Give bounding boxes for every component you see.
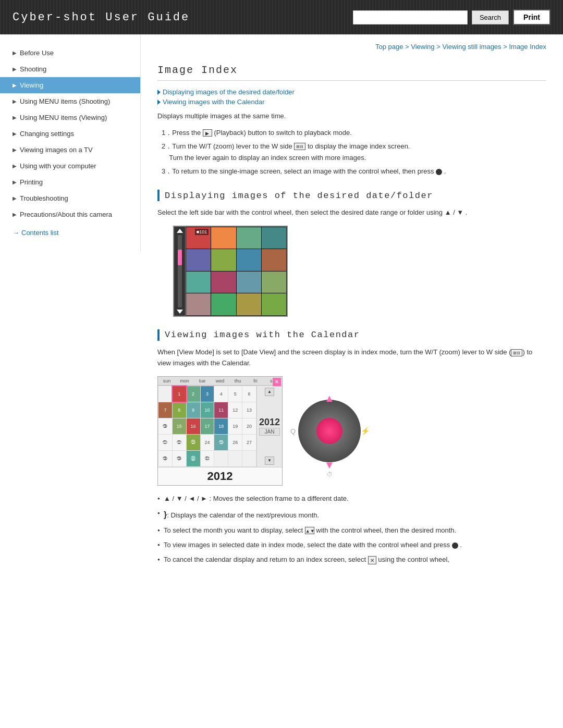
calendar-year-big: 2012 [158,467,282,485]
cal-cell[interactable]: ㉛ [201,451,214,466]
sidebar-item-viewing[interactable]: ▶ Viewing [0,77,140,93]
section-bar-icon [157,329,160,341]
page-title: Image Index [157,64,546,81]
sidebar-item-using-menu-viewing[interactable]: ▶ Using MENU items (Viewing) [0,109,140,126]
cal-cell[interactable]: 9 [187,402,200,418]
cal-cell[interactable]: ㉓ [187,435,200,450]
bullet-1: ▲ / ▼ / ◄ / ► : Moves the selection fram… [157,493,546,504]
sidebar-item-shooting[interactable]: ▶ Shooting [0,61,140,77]
cal-cell[interactable]: 24 [201,435,214,450]
section2-bullets: ▲ / ▼ / ◄ / ► : Moves the selection fram… [157,493,546,566]
cal-cell[interactable]: 16 [187,418,200,434]
thumb-7 [237,249,261,271]
thumb-9 [186,272,211,293]
cal-cell[interactable]: ㉒ [173,435,186,450]
calendar-year-label: 2012 [259,417,280,428]
cal-cell[interactable]: 19 [228,418,242,434]
cal-cell[interactable]: 26 [228,435,242,450]
thumb-14 [211,293,236,315]
sidebar-item-changing-settings[interactable]: ▶ Changing settings [0,126,140,142]
cal-cell[interactable]: 8 [173,402,186,418]
playback-icon: ▶ [203,129,212,137]
cal-cell[interactable]: 11 [214,402,228,418]
sidebar-item-viewing-tv[interactable]: ▶ Viewing images on a TV [0,142,140,158]
search-input[interactable] [353,10,468,24]
thumb-12 [262,272,286,293]
cal-cell[interactable]: 5 [228,386,242,402]
main-layout: ▶ Before Use ▶ Shooting ▶ Viewing ▶ Usin… [0,34,563,586]
print-button[interactable]: Print [513,9,550,25]
wheel-lightning-icon: ⚡ [361,427,370,435]
cal-cell [214,451,228,466]
section-link-calendar[interactable]: Viewing images with the Calendar [157,98,546,106]
section-link-date-folder[interactable]: Displaying images of the desired date/fo… [157,88,546,96]
cal-cell[interactable]: 27 [242,435,256,450]
zoom-icon: ⊞⊟ [294,143,305,150]
wheel-center-button[interactable] [316,418,342,444]
thumb-8 [262,249,286,271]
cal-cell[interactable]: 7 [158,402,172,418]
thumb-11 [237,272,261,293]
header-controls: Search Print [353,9,550,25]
cal-cell[interactable]: 20 [242,418,256,434]
cal-cell[interactable]: ㉙ [173,451,186,466]
cal-cell[interactable]: 13 [242,402,256,418]
sidebar-item-using-computer[interactable]: ▶ Using with your computer [0,158,140,174]
app-title: Cyber-shot User Guide [13,11,190,24]
header: Cyber-shot User Guide Search Print [0,0,563,34]
cal-cell[interactable]: 12 [228,402,242,418]
chevron-right-icon: ▶ [13,66,17,72]
cal-cell[interactable]: 18 [214,418,228,434]
calendar-up-btn[interactable]: ▲ [265,388,274,396]
cal-cell [158,386,172,402]
cal-cell [228,451,242,466]
bullet-view-date: To view images in selected date in index… [157,539,546,551]
cal-cell[interactable]: ㉑ [158,435,172,450]
scroll-down-icon [177,310,183,314]
cal-cell[interactable]: 1 [173,386,186,402]
cal-cell[interactable]: 4 [214,386,228,402]
calendar-area: ✕ sun mon tue wed thu fri sat 1 2 [157,376,546,486]
cal-cell[interactable]: 15 [173,418,186,434]
sidebar-item-printing[interactable]: ▶ Printing [0,174,140,190]
wheel-q-label: Q [290,427,296,435]
bullet-next-prev: }: Displays the calendar of the next/pre… [157,508,546,522]
cal-cell[interactable]: 10 [201,402,214,418]
breadcrumb-viewing[interactable]: Viewing [411,43,434,51]
sidebar-item-precautions[interactable]: ▶ Precautions/About this camera [0,206,140,223]
sidebar: ▶ Before Use ▶ Shooting ▶ Viewing ▶ Usin… [0,34,141,251]
calendar-image: ✕ sun mon tue wed thu fri sat 1 2 [157,376,283,486]
section1-heading: Displaying images of the desired date/fo… [157,190,546,201]
close-btn-icon: ✕ [368,556,376,564]
cal-cell[interactable]: ㉕ [214,435,228,450]
thumb-4 [262,227,286,249]
cal-cell[interactable]: 17 [201,418,214,434]
thumb-16 [262,293,286,315]
breadcrumb-current: Image Index [509,43,546,51]
chevron-right-icon: ▶ [13,212,17,217]
intro-text: Displays multiple images at the same tim… [157,111,546,122]
zoom-w-icon: ⊞⊟ [511,349,522,356]
search-button[interactable]: Search [472,10,509,24]
sidebar-item-using-menu-shooting[interactable]: ▶ Using MENU items (Shooting) [0,93,140,109]
sidebar-item-troubleshooting[interactable]: ▶ Troubleshooting [0,190,140,206]
cal-cell[interactable]: ㉘ [158,451,172,466]
breadcrumb-top[interactable]: Top page [375,43,403,51]
step-2: 2．Turn the W/T (zoom) lever to the W sid… [160,141,546,164]
wheel-outer[interactable] [298,400,361,462]
breadcrumb-viewing-still[interactable]: Viewing still images [442,43,501,51]
cal-cell[interactable]: ㉚ [187,451,200,466]
index-screen-image: ■101 [173,226,288,317]
cal-cell[interactable]: 2 [187,386,200,402]
triangle-down-icon [157,100,161,105]
cal-cell [242,451,256,466]
steps-list: 1．Press the ▶ (Playback) button to switc… [160,127,546,177]
breadcrumb: Top page > Viewing > Viewing still image… [157,43,546,55]
cal-cell[interactable]: 3 [201,386,214,402]
cal-cell[interactable]: 6 [242,386,256,402]
contents-list-link[interactable]: → Contents list [0,223,140,241]
chevron-right-icon: ▶ [13,98,17,104]
calendar-down-btn[interactable]: ▼ [265,456,274,465]
sidebar-item-before-use[interactable]: ▶ Before Use [0,45,140,61]
cal-cell[interactable]: ㉘ [158,418,172,434]
